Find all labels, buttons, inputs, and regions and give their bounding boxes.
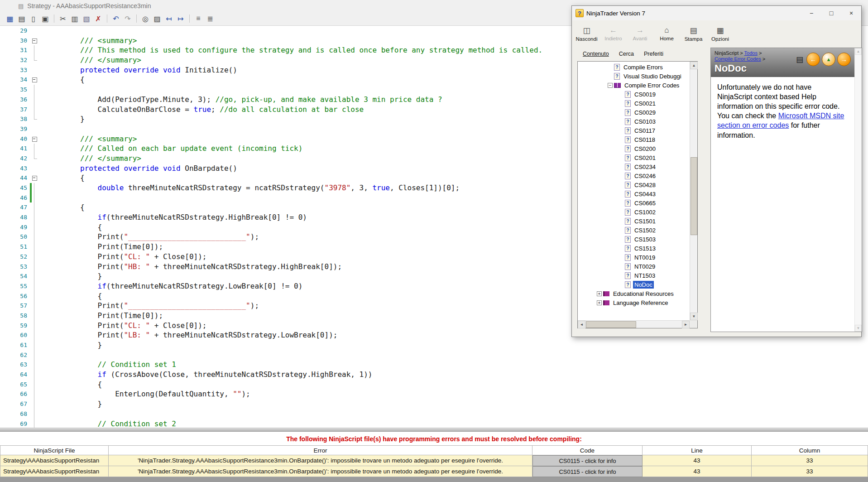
code-text[interactable]: /// </summary>: [42, 154, 141, 164]
content-scroll-down-icon[interactable]: ▼: [855, 325, 862, 332]
code-text[interactable]: Print("LB: " + threeMinuteNcatRSDstrateg…: [42, 330, 337, 340]
maximize-button[interactable]: □: [821, 6, 841, 20]
code-text[interactable]: }: [42, 114, 85, 124]
tree-item-cs0019[interactable]: ?CS0019: [578, 90, 690, 99]
code-text[interactable]: [42, 193, 45, 203]
code-text[interactable]: {: [42, 202, 85, 212]
tree-item-nt0029[interactable]: ?NT0029: [578, 262, 690, 271]
code-text[interactable]: /// <summary>: [42, 36, 137, 46]
help-toolbar-opzioni[interactable]: ▦Opzioni: [707, 22, 733, 45]
print-topic-icon[interactable]: ▤: [796, 55, 803, 64]
code-text[interactable]: protected override void OnBarpdate(): [42, 164, 237, 174]
tree-horizontal-scrollbar[interactable]: ◄ ►: [578, 320, 690, 328]
code-text[interactable]: // Condition set 2: [42, 419, 176, 428]
uncomment-lines-icon[interactable]: ≣: [205, 13, 216, 24]
code-text[interactable]: [42, 350, 45, 360]
help-toolbar-home[interactable]: ⌂Home: [654, 22, 680, 45]
nav-up-button[interactable]: ▲: [822, 53, 835, 66]
tree-item-compile-error-codes[interactable]: −Compile Error Codes: [578, 81, 690, 90]
tree-item-cs0200[interactable]: ?CS0200: [578, 144, 690, 153]
find-icon[interactable]: ◎: [140, 13, 151, 24]
code-text[interactable]: EnterLong(DefaultQuantity, "");: [42, 389, 250, 399]
code-text[interactable]: [42, 85, 45, 95]
tab-cerca[interactable]: Cerca: [615, 49, 638, 58]
tree-item-nt1503[interactable]: ?NT1503: [578, 271, 690, 280]
code-text[interactable]: Add(PeriodType.Minute, 3); //go, pick-up…: [42, 95, 442, 105]
code-text[interactable]: // Condition set 1: [42, 360, 176, 370]
fold-margin[interactable]: [30, 36, 42, 46]
expand-icon[interactable]: +: [597, 300, 602, 305]
code-text[interactable]: [42, 409, 45, 419]
tree-item-cs1002[interactable]: ?CS1002: [578, 207, 690, 217]
code-text[interactable]: if(threeMinuteNcatRSDstrategy.LowBreak[0…: [42, 281, 302, 291]
code-text[interactable]: }: [42, 340, 102, 350]
code-text[interactable]: {: [42, 75, 85, 85]
tree-scroll-right-icon[interactable]: ►: [682, 321, 690, 328]
fold-margin[interactable]: [30, 75, 42, 85]
tab-preferiti[interactable]: Preferiti: [640, 49, 667, 58]
tree-item-cs0665[interactable]: ?CS0665: [578, 198, 690, 207]
code-text[interactable]: double threeMinuteNcatRSDstrategy = ncat…: [42, 183, 460, 193]
help-toolbar-stampa[interactable]: ▤Stampa: [681, 22, 706, 45]
code-text[interactable]: /// <summary>: [42, 134, 137, 144]
nav-back-button[interactable]: ←: [806, 53, 820, 66]
nav-forward-button[interactable]: →: [837, 53, 851, 66]
print-preview-icon[interactable]: ▯: [28, 13, 39, 24]
content-scroll-up-icon[interactable]: ▲: [855, 48, 862, 55]
code-text[interactable]: Print("___________________________");: [42, 232, 259, 242]
tree-item-compile-errors[interactable]: ?Compile Errors: [578, 63, 690, 72]
help-toolbar-nascondi[interactable]: ◫Nascondi: [574, 22, 599, 45]
code-text[interactable]: {: [42, 173, 85, 183]
tree-item-cs0428[interactable]: ?CS0428: [578, 180, 690, 189]
content-scrollbar[interactable]: ▲ ▼: [854, 48, 862, 332]
tree-item-cs0021[interactable]: ?CS0021: [578, 99, 690, 108]
breadcrumb-link-compile-error-codes[interactable]: Compile Error Codes: [715, 56, 761, 62]
tree-vertical-scrollbar[interactable]: ▲ ▼: [690, 62, 697, 320]
code-text[interactable]: {: [42, 380, 102, 390]
tree-item-nodoc[interactable]: ?NoDoc: [578, 280, 690, 289]
fold-margin[interactable]: [30, 134, 42, 144]
tab-contenuto[interactable]: Contenuto: [579, 49, 613, 58]
code-text[interactable]: /// </summary>: [42, 55, 141, 65]
tree-item-language-reference[interactable]: +Language Reference: [578, 298, 690, 307]
outdent-icon[interactable]: ↤: [163, 13, 174, 24]
error-row[interactable]: Strategy\AAAbasicSupportResistan'NinjaTr…: [0, 466, 868, 477]
tree-item-cs0029[interactable]: ?CS0029: [578, 108, 690, 117]
code-text[interactable]: Print("HB: " + threeMinuteNcatRSDstrateg…: [42, 262, 342, 272]
delete-icon[interactable]: ✗: [93, 13, 104, 24]
tree-item-cs0201[interactable]: ?CS0201: [578, 153, 690, 162]
tree-scroll-down-icon[interactable]: ▼: [690, 313, 698, 320]
paste-icon[interactable]: ▧: [81, 13, 92, 24]
indent-icon[interactable]: ↦: [175, 13, 186, 24]
tree-item-cs1502[interactable]: ?CS1502: [578, 226, 690, 235]
cut-icon[interactable]: ✂: [58, 13, 68, 24]
undo-icon[interactable]: ↶: [110, 13, 121, 24]
code-text[interactable]: Print("CL: " + Close[0]);: [42, 252, 206, 262]
tree-scroll-left-icon[interactable]: ◄: [578, 321, 585, 328]
code-text[interactable]: /// Called on each bar update event (inc…: [42, 144, 302, 154]
code-text[interactable]: if (CrossAbove(Close, threeMinuteNcatRSD…: [42, 370, 372, 380]
code-text[interactable]: [42, 124, 45, 134]
panel-splitter[interactable]: [0, 428, 868, 432]
code-text[interactable]: /// This method is used to configure the…: [42, 45, 542, 55]
help-title-bar[interactable]: ? NinjaTrader Version 7 − □ ×: [572, 6, 861, 20]
error-row[interactable]: Strategy\AAAbasicSupportResistan'NinjaTr…: [0, 455, 868, 466]
error-code-cell[interactable]: CS0115 - click for info: [532, 466, 643, 477]
tree-item-educational-resources[interactable]: +Educational Resources: [578, 289, 690, 298]
code-text[interactable]: }: [42, 271, 102, 281]
error-code-cell[interactable]: CS0115 - click for info: [532, 455, 643, 466]
breadcrumb-link-todos[interactable]: Todos: [744, 50, 758, 56]
tree-item-cs0118[interactable]: ?CS0118: [578, 135, 690, 144]
code-text[interactable]: protected override void Initialize(): [42, 65, 237, 75]
tree-item-cs0234[interactable]: ?CS0234: [578, 162, 690, 171]
copy-icon[interactable]: ▥: [69, 13, 80, 24]
comment-lines-icon[interactable]: ≡: [193, 13, 204, 24]
tree-item-nt0019[interactable]: ?NT0019: [578, 253, 690, 262]
collapse-icon[interactable]: −: [608, 83, 613, 88]
tree-item-cs0443[interactable]: ?CS0443: [578, 189, 690, 198]
code-text[interactable]: {: [42, 291, 102, 301]
print-icon[interactable]: ▤: [16, 13, 27, 24]
minimize-button[interactable]: −: [801, 6, 821, 20]
redo-icon[interactable]: ↷: [122, 13, 133, 24]
code-text[interactable]: [42, 26, 45, 36]
